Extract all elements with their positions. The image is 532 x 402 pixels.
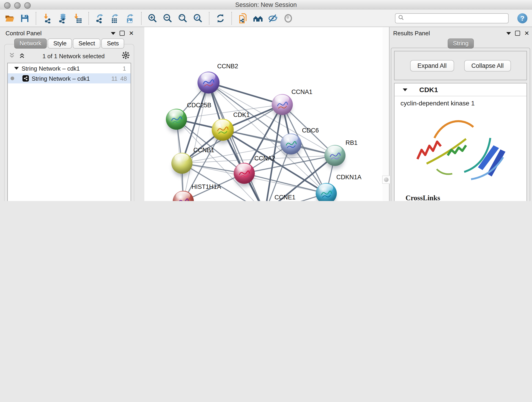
node-label-CDKN1A: CDKN1A (336, 174, 361, 181)
network-selected-status: 1 of 1 Network selected (29, 52, 118, 59)
tree-expander-icon[interactable] (14, 67, 19, 70)
tab-sets[interactable]: Sets (101, 38, 124, 49)
control-panel-title: Control Panel (6, 30, 42, 37)
network-status-dot (11, 77, 14, 80)
collection-count: 1 (123, 65, 126, 72)
node-label-CCNE1: CCNE1 (274, 194, 296, 201)
gene-name: CDK1 (419, 86, 438, 94)
import-database-icon[interactable] (57, 13, 67, 23)
network-node-CCNA2[interactable] (234, 163, 255, 184)
export-image-icon[interactable] (125, 13, 135, 23)
node-count: 11 (111, 75, 118, 82)
network-node-CCNA1[interactable] (272, 94, 293, 115)
network-node-CCNB1[interactable] (171, 153, 192, 174)
open-session-icon[interactable] (5, 13, 15, 23)
main-area: Control Panel ✕ Network Style Select Set… (0, 27, 532, 201)
node-label-CDK1: CDK1 (233, 111, 250, 118)
network-tree: String Network – cdk1 1 String Network –… (7, 63, 131, 201)
node-label-CCNA2: CCNA2 (254, 155, 275, 162)
float-panel-icon[interactable] (515, 31, 520, 36)
control-panel: Control Panel ✕ Network Style Select Set… (2, 27, 137, 201)
zoom-in-icon[interactable] (147, 13, 158, 23)
main-toolbar: ? (0, 10, 532, 27)
network-label: String Network – cdk1 (32, 75, 90, 82)
protein-structure-image (409, 109, 512, 191)
network-from-selection-icon[interactable] (238, 13, 248, 23)
title-bar: Session: New Session (0, 0, 532, 10)
network-type-icon (22, 75, 29, 82)
tab-style[interactable]: Style (48, 38, 72, 49)
zoom-fit-icon[interactable] (178, 13, 188, 23)
tab-string[interactable]: String (447, 38, 474, 49)
splitter-handle-right[interactable] (382, 176, 390, 184)
zoom-out-icon[interactable] (163, 13, 173, 23)
network-collection-label: String Network – cdk1 (22, 65, 80, 72)
network-node-RB1[interactable] (324, 145, 346, 166)
network-node-CDC25B[interactable] (166, 109, 187, 130)
collapse-all-networks-icon[interactable] (9, 52, 15, 60)
cdk1-result-card: CDK1 cyclin-dependent kinase 1 (394, 83, 527, 201)
close-panel-icon[interactable]: ✕ (524, 31, 529, 36)
network-row-selected[interactable]: String Network – cdk1 11 48 (8, 73, 131, 83)
export-network-icon[interactable] (95, 13, 105, 23)
network-node-CDC6[interactable] (280, 133, 302, 154)
zoom-selected-icon[interactable] (193, 13, 203, 23)
toolbar-separator (89, 12, 89, 25)
export-table-icon[interactable] (110, 13, 120, 23)
refresh-layout-icon[interactable] (215, 13, 225, 23)
gene-description: cyclin-dependent kinase 1 (394, 96, 526, 107)
results-panel-title: Results Panel (393, 30, 430, 37)
tab-network[interactable]: Network (14, 38, 47, 49)
results-panel: Results Panel ✕ String Expand All Collap… (389, 27, 532, 201)
toolbar-separator (231, 12, 232, 25)
float-panel-icon[interactable] (120, 31, 125, 36)
node-label-RB1: RB1 (346, 139, 358, 146)
hide-selected-icon[interactable] (268, 13, 278, 23)
edge-count: 48 (120, 75, 127, 82)
network-collection-row[interactable]: String Network – cdk1 1 (8, 63, 131, 73)
collapse-panel-icon[interactable] (111, 32, 115, 35)
network-node-CDK1[interactable] (212, 119, 234, 141)
node-label-CCNA1: CCNA1 (291, 89, 312, 95)
collapse-entry-icon[interactable] (403, 88, 407, 91)
node-label-CCNB2: CCNB2 (217, 63, 238, 70)
cytoscape-window: Session: New Session ? (0, 0, 532, 201)
node-label-CDC25B: CDC25B (187, 102, 211, 109)
import-network-icon[interactable] (42, 13, 52, 23)
network-right-splitter[interactable] (383, 27, 389, 201)
gear-icon[interactable] (122, 51, 130, 61)
toolbar-separator (141, 12, 142, 25)
expand-all-button[interactable]: Expand All (410, 60, 454, 71)
collapse-panel-icon[interactable] (506, 32, 511, 35)
toolbar-separator (36, 12, 36, 25)
crosslinks-title: CrossLinks (405, 194, 526, 201)
network-canvas[interactable]: CCNB2CCNA1CDC25BCDK1CDC6RB1CCNB1CCNA2CDK… (144, 27, 383, 201)
window-title: Session: New Session (0, 1, 532, 8)
expand-all-networks-icon[interactable] (19, 52, 25, 60)
toolbar-separator (209, 12, 209, 25)
close-panel-icon[interactable]: ✕ (129, 31, 134, 36)
save-session-icon[interactable] (20, 13, 30, 23)
node-label-CDC6: CDC6 (302, 127, 319, 134)
search-icon (398, 14, 404, 22)
eye-icon[interactable] (283, 13, 293, 23)
network-node-CCNB2[interactable] (197, 71, 220, 94)
home-houses-icon[interactable] (253, 13, 263, 23)
node-label-CCNB1: CCNB1 (193, 147, 215, 153)
search-input[interactable] (406, 14, 505, 22)
tab-select[interactable]: Select (73, 38, 100, 49)
node-label-HIST1H1A: HIST1H1A (191, 183, 221, 190)
search-field[interactable] (395, 13, 509, 23)
collapse-all-button[interactable]: Collapse All (464, 60, 511, 71)
import-table-icon[interactable] (72, 13, 82, 23)
help-icon[interactable]: ? (517, 13, 527, 23)
